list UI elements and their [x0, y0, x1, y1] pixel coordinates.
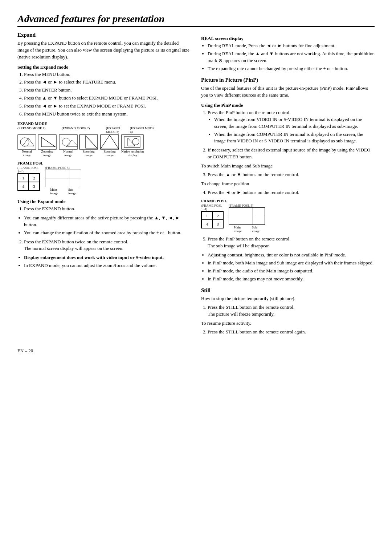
frame-posi-right-5: (FRAME POSI. 5) Mai — [229, 204, 265, 233]
real-bullet-3: The expanding rate cannot be changed by … — [208, 65, 375, 72]
pinp-steps: Press the PinP button on the remote cont… — [208, 109, 375, 161]
pinp-s1b1: When the image from VIDEO IN or S-VIDEO … — [214, 116, 375, 130]
mode3-zooming: Zoomingimage — [100, 134, 119, 158]
pinp-step1-bullets: When the image from VIDEO IN or S-VIDEO … — [214, 116, 375, 145]
frame-posi-label-left: FRAME POSI. — [17, 161, 191, 165]
bold-bullet-1: Display enlargement does not work with v… — [24, 254, 191, 261]
pinp-step-1: Press the PinP button on the remote cont… — [208, 109, 375, 145]
still-steps: Press the STILL button on the remote con… — [208, 304, 375, 318]
pinp-step-4: Press the ◄ or ► buttons on the remote c… — [208, 189, 375, 196]
using-expand-steps: Press the EXPAND button. — [24, 206, 191, 212]
real-screen-section: REAL screen display During REAL mode, Pr… — [201, 36, 375, 72]
expand-steps: Press the MENU button. Press the ◄ or ► … — [24, 71, 191, 118]
pinp-step-3: Press the ▲ or ▼ buttons on the remote c… — [208, 171, 375, 178]
pinp-step-5: Press the PinP button on the remote cont… — [208, 236, 375, 250]
fp-grid: 1 2 4 3 — [17, 173, 40, 191]
pinp-b4: In PinP mode, the images may not move sm… — [208, 276, 375, 283]
expand-mode-diagram: EXPAND MODE (EXPAND MODE 1) (EXPAND MODE… — [17, 121, 191, 158]
still-section: Still How to stop the picture temporaril… — [201, 287, 375, 335]
frame-posi-5: (FRAME POSI. 5) Mai — [45, 166, 81, 195]
using-step-1: Press the EXPAND button. — [24, 206, 191, 212]
mode2-zooming: Zoomingimage — [79, 134, 98, 158]
pinp-bullets: Adjusting contrast, brightness, tint or … — [208, 252, 375, 282]
mode4-native: Native resolutiondisplay — [121, 134, 144, 158]
still-intro: How to stop the picture temporarily (sti… — [201, 295, 375, 302]
frame-posi-label-right: FRAME POSI. — [201, 199, 375, 203]
pinp-b3: In PinP mode, the audio of the Main imag… — [208, 268, 375, 275]
using-bullet-2: You can change the magnification of the … — [24, 230, 191, 236]
expand-step-4: Press the ▲ or ▼ button to select EXPAND… — [24, 95, 191, 102]
using-expand-bullets: You can magnify different areas of the a… — [24, 215, 191, 236]
svg-rect-10 — [101, 135, 119, 149]
frame-posi-1-4: (FRAME POSI.1~4) 1 2 4 3 — [17, 166, 40, 191]
to-change-label: To change frame position — [201, 181, 375, 187]
page-title: Advanced features for presentation — [17, 13, 375, 27]
pinp-heading: Picture in Picture (PinP) — [201, 77, 375, 83]
main-content: Expand By pressing the EXPAND button on … — [17, 32, 375, 341]
real-bullet-1: During REAL mode, Press the ◄ or ► butto… — [208, 42, 375, 49]
expand-step-3: Press the ENTER button. — [24, 87, 191, 94]
svg-rect-3 — [38, 135, 56, 149]
using-pinp-heading: Using the PinP mode — [201, 102, 375, 108]
using-expand-steps-2: Press the EXPAND button twice on the rem… — [24, 239, 191, 252]
pinp-intro: One of the special features of this unit… — [201, 85, 375, 99]
real-bullet-2: During REAL mode, the ▲ and ▼ buttons ar… — [208, 50, 375, 64]
still-heading: Still — [201, 287, 375, 293]
expand-step-6: Press the MENU button twice to exit the … — [24, 111, 191, 118]
pinp-b1: Adjusting contrast, brightness, tint or … — [208, 252, 375, 259]
frame-posi-diagram-right: FRAME POSI. (FRAME POSI.1~4) 1 2 4 3 (FR… — [201, 199, 375, 233]
using-step-2: Press the EXPAND button twice on the rem… — [24, 239, 191, 252]
mode2-normal: Normalimage — [59, 134, 78, 158]
to-resume-label: To resume picture activity. — [201, 320, 375, 327]
using-bullet-1: You can magnify different areas of the a… — [24, 215, 191, 228]
pinp-step4: Press the ◄ or ► buttons on the remote c… — [208, 189, 375, 196]
frame-posi-right-1-4: (FRAME POSI.1~4) 1 2 4 3 — [201, 204, 224, 228]
expand-heading: Expand — [17, 32, 191, 38]
expand-section: Expand By pressing the EXPAND button on … — [17, 32, 191, 269]
still-step2: Press the STILL button on the remote con… — [208, 329, 375, 336]
mode1-zooming: Zoomingimage — [38, 134, 57, 158]
right-column: REAL screen display During REAL mode, Pr… — [201, 32, 375, 341]
expand-intro: By pressing the EXPAND button on the rem… — [17, 40, 191, 61]
left-column: Expand By pressing the EXPAND button on … — [17, 32, 191, 341]
pinp-b2: In PinP mode, both Main image and Sub im… — [208, 260, 375, 267]
svg-rect-8 — [79, 135, 98, 149]
still-step-2: Press the STILL button on the remote con… — [208, 329, 375, 336]
using-expand-heading: Using the Expand mode — [17, 199, 191, 204]
fp-grid-right: 1 2 4 3 — [201, 211, 224, 228]
frame-posi-diagram-left: FRAME POSI. (FRAME POSI.1~4) 1 2 4 3 — [17, 161, 191, 195]
mode1-normal: Normalimage — [17, 134, 36, 158]
pinp-step-2: If necessary, select the desired externa… — [208, 147, 375, 161]
page-number: EN – 20 — [17, 348, 375, 354]
to-switch-label: To switch Main image and Sub image — [201, 163, 375, 170]
expand-note-1: In EXPAND mode, you cannot adjust the zo… — [24, 262, 191, 269]
pinp-step5: Press the PinP button on the remote cont… — [208, 236, 375, 250]
expand-step-2: Press the ◄ or ► to select the FEATURE m… — [24, 79, 191, 86]
real-screen-bullets: During REAL mode, Press the ◄ or ► butto… — [208, 42, 375, 72]
still-step-1: Press the STILL button on the remote con… — [208, 304, 375, 318]
expand-step-5: Press the ◄ or ► to set the EXPAND MODE … — [24, 103, 191, 110]
pinp-section: Picture in Picture (PinP) One of the spe… — [201, 77, 375, 282]
expand-mode-label: EXPAND MODE — [17, 121, 191, 126]
expand-step-1: Press the MENU button. — [24, 71, 191, 78]
expand-bold-bullets: Display enlargement does not work with v… — [24, 254, 191, 269]
setting-expand-heading: Setting the Expand mode — [17, 64, 191, 70]
real-screen-heading: REAL screen display — [201, 36, 375, 41]
pinp-step3: Press the ▲ or ▼ buttons on the remote c… — [208, 171, 375, 178]
pinp-s1b2: When the image from COMPUTER IN terminal… — [214, 131, 375, 145]
